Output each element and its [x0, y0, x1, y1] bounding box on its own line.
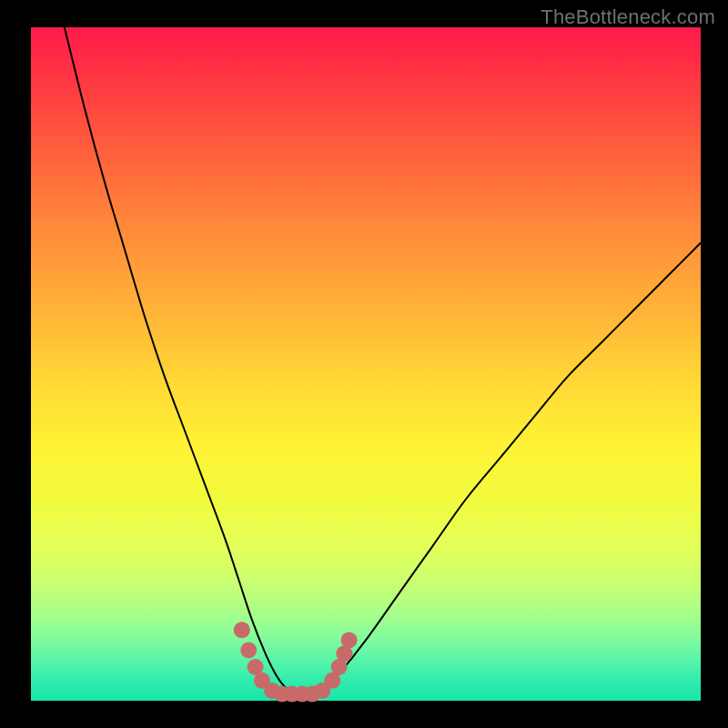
- valley-marker-dot: [234, 622, 250, 638]
- curve-layer: [31, 27, 701, 701]
- watermark-text: TheBottleneck.com: [541, 5, 715, 29]
- bottleneck-curve: [65, 27, 701, 695]
- valley-marker-dot: [341, 632, 358, 648]
- chart-frame: TheBottleneck.com: [0, 0, 728, 728]
- plot-area: [31, 27, 701, 701]
- valley-marker-dot: [240, 642, 257, 659]
- valley-markers: [234, 622, 358, 702]
